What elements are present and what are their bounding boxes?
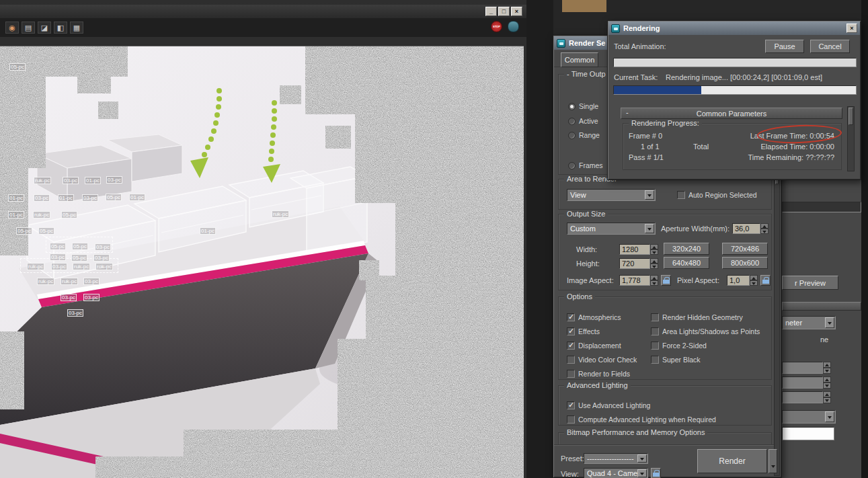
spinner-value[interactable] xyxy=(782,376,823,389)
res-label: 800x600 xyxy=(731,259,759,267)
spinner-value[interactable] xyxy=(782,362,823,374)
force-2-sided-checkbox[interactable] xyxy=(651,342,659,350)
use-advanced-lighting-checkbox[interactable] xyxy=(567,401,575,409)
rendering-dialog-scrollbar[interactable] xyxy=(847,106,855,171)
spin-down-icon[interactable] xyxy=(823,383,831,389)
auto-region-checkbox[interactable] xyxy=(677,191,685,199)
spin-down-icon[interactable] xyxy=(650,280,658,286)
panel-dropdown-bottom[interactable] xyxy=(782,410,836,424)
height-value[interactable]: 720 xyxy=(619,258,650,269)
super-black-checkbox[interactable] xyxy=(651,356,659,364)
view-lock-button[interactable] xyxy=(651,468,661,478)
range-radio[interactable] xyxy=(568,132,576,139)
effects-checkbox[interactable] xyxy=(567,327,575,335)
active-radio[interactable] xyxy=(568,118,576,125)
res-720x486-button[interactable]: 720x486 xyxy=(722,243,768,255)
stop-render-icon[interactable]: STOP xyxy=(491,21,502,32)
channels-icon[interactable]: ◧ xyxy=(54,22,67,34)
collapse-icon[interactable]: - xyxy=(626,108,629,116)
image-aspect-lock-button[interactable] xyxy=(661,275,671,286)
area-lights-as-points-checkbox[interactable] xyxy=(651,327,659,335)
layers-icon[interactable]: ▦ xyxy=(70,22,83,34)
output-size-dropdown[interactable]: Custom xyxy=(567,223,656,235)
panel-spinner-3[interactable] xyxy=(782,391,831,403)
pixel-aspect-spinner[interactable]: 1,0 xyxy=(727,275,758,286)
width-spinner[interactable]: 1280 xyxy=(619,244,658,255)
panel-rollout-bar[interactable] xyxy=(782,302,861,311)
view-dropdown[interactable]: Quad 4 - Camera xyxy=(584,468,648,478)
atmospherics-checkbox[interactable] xyxy=(567,313,575,321)
compute-advanced-lighting-checkbox[interactable] xyxy=(567,415,575,424)
spinner-value[interactable] xyxy=(782,391,823,403)
chevron-down-icon[interactable] xyxy=(645,224,654,233)
scrollbar-thumb[interactable] xyxy=(849,108,853,125)
chevron-down-icon[interactable] xyxy=(825,411,834,422)
teapot-icon[interactable] xyxy=(508,21,519,32)
render-to-fields-checkbox[interactable] xyxy=(567,370,575,378)
pixel-aspect-value[interactable]: 1,0 xyxy=(727,275,750,286)
minimize-button[interactable]: _ xyxy=(485,7,497,16)
spin-up-icon[interactable] xyxy=(823,362,831,368)
chevron-down-icon[interactable] xyxy=(645,190,654,200)
advanced-lighting-title: Advanced Lighting xyxy=(564,381,631,389)
panel-dropdown-top[interactable]: neter xyxy=(782,316,836,329)
panel-dropdown-top-value: neter xyxy=(785,319,802,327)
width-value[interactable]: 1280 xyxy=(619,244,650,255)
close-button[interactable]: × xyxy=(511,7,522,16)
tab-common[interactable]: Common xyxy=(561,52,598,67)
image-aspect-spinner[interactable]: 1,778 xyxy=(619,275,658,286)
collapse-icon[interactable]: - xyxy=(567,70,569,78)
video-color-check-checkbox[interactable] xyxy=(567,356,575,364)
frames-radio[interactable] xyxy=(568,162,576,169)
render-hidden-geometry-checkbox[interactable] xyxy=(651,313,659,321)
spin-up-icon[interactable] xyxy=(650,258,658,264)
displacement-checkbox[interactable] xyxy=(567,342,575,350)
res-320x240-button[interactable]: 320x240 xyxy=(664,243,709,255)
panel-partial-label: ne xyxy=(820,335,828,344)
spin-up-icon[interactable] xyxy=(650,244,658,249)
color-swatch[interactable] xyxy=(782,427,834,440)
maximize-button[interactable]: □ xyxy=(498,7,510,16)
pause-button[interactable]: Pause xyxy=(765,40,804,53)
spin-up-icon[interactable] xyxy=(750,275,758,280)
height-spinner[interactable]: 720 xyxy=(619,258,658,269)
res-800x600-button[interactable]: 800x600 xyxy=(722,257,768,269)
spin-down-icon[interactable] xyxy=(823,368,831,374)
spin-down-icon[interactable] xyxy=(650,249,658,255)
spin-up-icon[interactable] xyxy=(650,275,658,280)
rendering-title: Rendering xyxy=(623,24,660,32)
cancel-button[interactable]: Cancel xyxy=(810,40,850,53)
preset-dropdown[interactable]: ------------------- xyxy=(584,453,648,464)
aperture-spinner[interactable]: 36,0 xyxy=(732,223,768,234)
panel-spinner-2[interactable] xyxy=(782,376,831,389)
spin-down-icon[interactable] xyxy=(750,280,758,286)
render-label: 03-pc xyxy=(106,176,122,184)
chevron-down-icon[interactable] xyxy=(825,317,834,328)
render-button[interactable]: Render xyxy=(697,449,767,473)
area-to-render-dropdown[interactable]: View xyxy=(567,189,656,201)
current-task-progress-fill xyxy=(614,86,701,94)
render-teapot-icon[interactable]: ◉ xyxy=(5,22,19,34)
chevron-down-icon[interactable] xyxy=(637,469,647,477)
render-flyout-button[interactable] xyxy=(768,449,777,473)
spin-down-icon[interactable] xyxy=(823,397,831,403)
pixel-aspect-lock-button[interactable] xyxy=(760,275,771,286)
spin-down-icon[interactable] xyxy=(760,229,768,234)
render-preview-button[interactable]: r Preview xyxy=(782,276,838,290)
save-image-icon[interactable]: ▤ xyxy=(22,22,35,34)
single-radio[interactable] xyxy=(568,103,576,110)
spin-up-icon[interactable] xyxy=(823,376,831,383)
spin-down-icon[interactable] xyxy=(650,264,658,269)
rendering-titlebar[interactable]: Rendering × xyxy=(608,22,860,35)
chevron-down-icon[interactable] xyxy=(637,454,647,463)
spin-up-icon[interactable] xyxy=(760,223,768,229)
window-titlebar[interactable]: _ □ × xyxy=(0,5,526,18)
rendering-close-button[interactable]: × xyxy=(846,24,857,33)
common-parameters-rollout[interactable]: - Common Parameters xyxy=(621,108,842,119)
spin-up-icon[interactable] xyxy=(823,391,831,397)
res-640x480-button[interactable]: 640x480 xyxy=(664,257,709,269)
aperture-value[interactable]: 36,0 xyxy=(732,223,760,234)
clone-window-icon[interactable]: ◪ xyxy=(38,22,51,34)
panel-spinner-1[interactable] xyxy=(782,362,831,374)
image-aspect-value[interactable]: 1,778 xyxy=(619,275,650,286)
